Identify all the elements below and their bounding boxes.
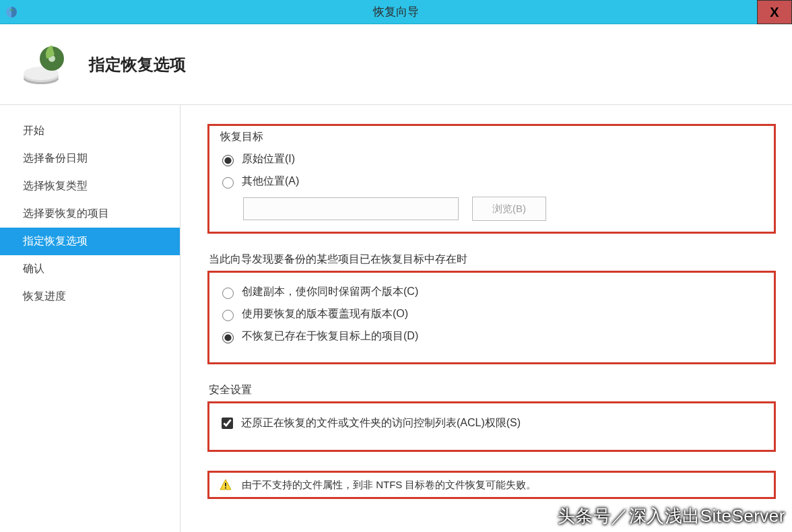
security-highlight: 还原正在恢复的文件或文件夹的访问控制列表(ACL)权限(S) xyxy=(207,401,776,452)
radio-overwrite-input[interactable] xyxy=(222,310,234,321)
radio-original-location-input[interactable] xyxy=(222,155,234,166)
svg-rect-6 xyxy=(225,483,226,486)
radio-skip-existing-label: 不恢复已存在于恢复目标上的项目(D) xyxy=(242,329,418,343)
titlebar: 恢复向导 X xyxy=(0,0,792,24)
security-group: 安全设置 还原正在恢复的文件或文件夹的访问控制列表(ACL)权限(S) xyxy=(207,383,776,457)
radio-overwrite-label: 使用要恢复的版本覆盖现有版本(O) xyxy=(242,307,408,321)
ntfs-warning-text: 由于不支持的文件属性，到非 NTFS 目标卷的文件恢复可能失败。 xyxy=(242,479,537,492)
close-button[interactable]: X xyxy=(757,0,792,24)
radio-create-copy-input[interactable] xyxy=(222,288,234,299)
window-title: 恢复向导 xyxy=(0,4,792,20)
svg-rect-7 xyxy=(225,488,226,489)
sidebar: 开始 选择备份日期 选择恢复类型 选择要恢复的项目 指定恢复选项 确认 恢复进度 xyxy=(0,105,180,532)
security-legend: 安全设置 xyxy=(207,383,776,397)
radio-alternate-location-input[interactable] xyxy=(222,177,234,189)
wizard-body: 开始 选择备份日期 选择恢复类型 选择要恢复的项目 指定恢复选项 确认 恢复进度… xyxy=(0,105,792,532)
checkbox-restore-acl[interactable]: 还原正在恢复的文件或文件夹的访问控制列表(ACL)权限(S) xyxy=(219,415,764,431)
radio-original-location-label: 原始位置(I) xyxy=(242,152,295,166)
checkbox-restore-acl-input[interactable] xyxy=(222,418,233,429)
step-select-items[interactable]: 选择要恢复的项目 xyxy=(0,200,180,228)
destination-group: 恢复目标 原始位置(I) 其他位置(A) 浏览(B) xyxy=(207,124,776,239)
step-confirm[interactable]: 确认 xyxy=(0,255,180,283)
radio-create-copy-label: 创建副本，使你同时保留两个版本(C) xyxy=(242,285,418,299)
conflict-group: 当此向导发现要备份的某些项目已在恢复目标中存在时 创建副本，使你同时保留两个版本… xyxy=(207,253,776,370)
radio-alternate-location[interactable]: 其他位置(A) xyxy=(219,174,764,189)
alternate-path-row: 浏览(B) xyxy=(243,197,764,221)
step-start[interactable]: 开始 xyxy=(0,117,180,145)
conflict-legend: 当此向导发现要备份的某些项目已在恢复目标中存在时 xyxy=(207,253,776,267)
step-select-type[interactable]: 选择恢复类型 xyxy=(0,172,180,200)
alternate-path-input[interactable] xyxy=(243,197,459,220)
step-specify-options[interactable]: 指定恢复选项 xyxy=(0,228,180,255)
header: 指定恢复选项 xyxy=(0,24,792,105)
checkbox-restore-acl-label: 还原正在恢复的文件或文件夹的访问控制列表(ACL)权限(S) xyxy=(241,416,521,430)
page-title: 指定恢复选项 xyxy=(89,54,186,75)
destination-highlight: 恢复目标 原始位置(I) 其他位置(A) 浏览(B) xyxy=(207,124,776,234)
step-progress[interactable]: 恢复进度 xyxy=(0,283,180,310)
radio-create-copy[interactable]: 创建副本，使你同时保留两个版本(C) xyxy=(219,285,764,299)
radio-skip-existing-input[interactable] xyxy=(222,332,234,343)
step-select-date[interactable]: 选择备份日期 xyxy=(0,145,180,172)
destination-legend: 恢复目标 xyxy=(219,130,764,144)
app-icon xyxy=(0,0,23,24)
radio-original-location[interactable]: 原始位置(I) xyxy=(219,152,764,166)
radio-alternate-location-label: 其他位置(A) xyxy=(242,174,299,189)
radio-overwrite[interactable]: 使用要恢复的版本覆盖现有版本(O) xyxy=(219,307,764,321)
radio-skip-existing[interactable]: 不恢复已存在于恢复目标上的项目(D) xyxy=(219,329,764,343)
warning-icon xyxy=(219,478,232,492)
ntfs-warning: 由于不支持的文件属性，到非 NTFS 目标卷的文件恢复可能失败。 xyxy=(207,471,776,499)
browse-button[interactable]: 浏览(B) xyxy=(472,197,546,221)
wizard-icon xyxy=(19,38,73,92)
close-icon: X xyxy=(770,5,779,20)
main-panel: 恢复目标 原始位置(I) 其他位置(A) 浏览(B) 当此向导发现要备份的某些项… xyxy=(180,105,792,532)
conflict-highlight: 创建副本，使你同时保留两个版本(C) 使用要恢复的版本覆盖现有版本(O) 不恢复… xyxy=(207,271,776,364)
